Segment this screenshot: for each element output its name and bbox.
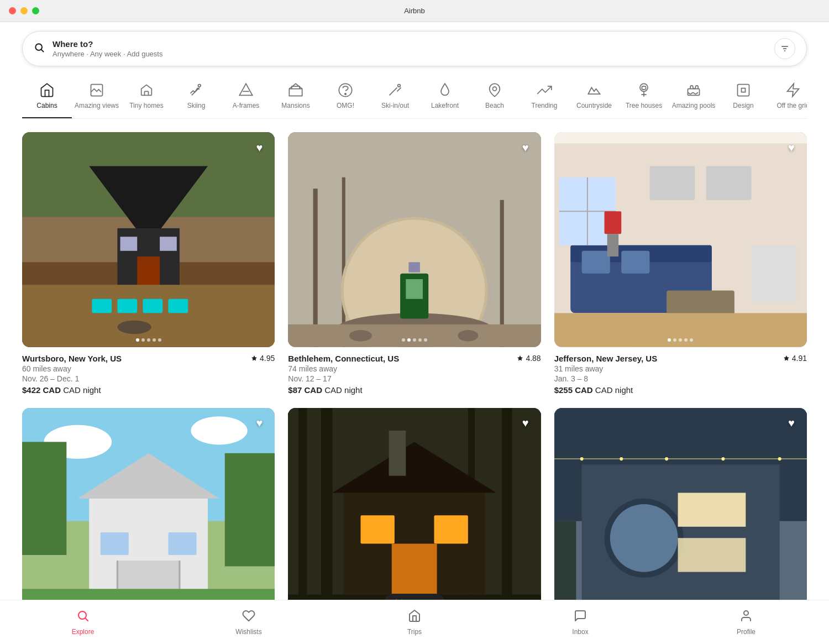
favorite-button[interactable]: ♥ bbox=[250, 139, 268, 156]
category-item-lakefront[interactable]: Lakefront bbox=[420, 77, 470, 118]
category-item-mansions[interactable]: Mansions bbox=[271, 77, 321, 118]
wishlists-icon bbox=[242, 609, 255, 626]
favorite-button[interactable]: ♥ bbox=[517, 415, 534, 432]
svg-rect-30 bbox=[120, 237, 138, 251]
category-item-cabins[interactable]: Cabins bbox=[22, 77, 72, 118]
category-item-tree-houses[interactable]: Tree houses bbox=[619, 77, 669, 118]
search-sub-label: Anywhere · Any week · Add guests bbox=[53, 50, 162, 58]
listing-dates: Nov. 26 – Dec. 1 bbox=[22, 374, 122, 383]
close-button[interactable] bbox=[9, 7, 16, 14]
svg-point-9 bbox=[198, 85, 201, 87]
category-item-beach[interactable]: Beach bbox=[470, 77, 520, 118]
svg-marker-22 bbox=[788, 83, 799, 96]
svg-rect-90 bbox=[502, 408, 512, 623]
nav-item-explore[interactable]: Explore bbox=[61, 609, 105, 636]
dot bbox=[413, 338, 416, 342]
tree-houses-icon bbox=[636, 82, 652, 98]
svg-rect-60 bbox=[621, 251, 649, 274]
category-item-a-frames[interactable]: A-frames bbox=[221, 77, 271, 118]
search-text: Where to? Anywhere · Any week · Add gues… bbox=[53, 39, 162, 58]
listing-distance: 31 miles away bbox=[554, 364, 657, 373]
favorite-button[interactable]: ♥ bbox=[783, 415, 800, 432]
svg-rect-69 bbox=[604, 211, 621, 234]
dot bbox=[407, 338, 411, 342]
category-label-amazing-views: Amazing views bbox=[75, 102, 119, 109]
search-bar[interactable]: Where to? Anywhere · Any week · Add gues… bbox=[22, 31, 807, 66]
image-dots bbox=[402, 338, 427, 342]
svg-point-13 bbox=[345, 93, 346, 95]
svg-point-14 bbox=[398, 85, 401, 87]
category-item-tiny-homes[interactable]: Tiny homes bbox=[122, 77, 171, 118]
app-title: Airbnb bbox=[404, 7, 425, 15]
listing-info-left: Wurtsboro, New York, US 60 miles away No… bbox=[22, 354, 122, 395]
category-nav: Cabins Amazing views Tiny homes Skiing bbox=[22, 66, 807, 119]
trending-icon bbox=[537, 82, 552, 98]
countryside-icon bbox=[586, 82, 602, 98]
svg-rect-33 bbox=[92, 299, 112, 313]
listing-info: Jefferson, New Jersey, US 31 miles away … bbox=[554, 354, 807, 395]
nav-label-inbox: Inbox bbox=[572, 628, 588, 636]
dot bbox=[141, 338, 145, 342]
listing-card[interactable]: ♥ Bethlehem, Connecticut, US 74 miles aw… bbox=[288, 132, 541, 395]
category-label-cabins: Cabins bbox=[36, 102, 57, 109]
category-label-design: Design bbox=[733, 102, 753, 109]
nav-item-trips[interactable]: Trips bbox=[392, 609, 437, 636]
main-content: ♥ Wurtsboro, New York, US 60 miles away … bbox=[0, 119, 829, 644]
listing-info-left: Jefferson, New Jersey, US 31 miles away … bbox=[554, 354, 657, 395]
dot bbox=[690, 338, 693, 342]
dot bbox=[402, 338, 405, 342]
dot bbox=[673, 338, 676, 342]
svg-rect-94 bbox=[361, 515, 395, 543]
beach-icon bbox=[487, 82, 502, 98]
svg-rect-49 bbox=[409, 262, 420, 272]
category-item-omg[interactable]: OMG! bbox=[321, 77, 370, 118]
listing-image: ♥ bbox=[22, 132, 275, 347]
category-label-omg: OMG! bbox=[337, 102, 354, 109]
svg-point-124 bbox=[744, 611, 748, 615]
category-item-trending[interactable]: Trending bbox=[520, 77, 569, 118]
listing-price: $422 CAD CAD night bbox=[22, 385, 122, 395]
nav-label-trips: Trips bbox=[407, 628, 422, 636]
category-item-countryside[interactable]: Countryside bbox=[569, 77, 619, 118]
header: Where to? Anywhere · Any week · Add gues… bbox=[0, 22, 829, 119]
svg-rect-48 bbox=[406, 279, 423, 299]
svg-rect-50 bbox=[288, 324, 541, 347]
maximize-button[interactable] bbox=[32, 7, 39, 14]
listing-card[interactable]: ♥ Jefferson, New Jersey, US 31 miles awa… bbox=[554, 132, 807, 395]
svg-rect-19 bbox=[642, 86, 646, 90]
minimize-button[interactable] bbox=[20, 7, 28, 14]
category-item-off-the-grid[interactable]: Off the grid bbox=[768, 77, 807, 118]
listing-image: ♥ bbox=[288, 132, 541, 347]
svg-rect-66 bbox=[706, 166, 751, 200]
category-item-ski-in-out[interactable]: Ski-in/out bbox=[370, 77, 420, 118]
svg-marker-71 bbox=[784, 355, 789, 361]
svg-rect-113 bbox=[678, 538, 746, 572]
nav-item-profile[interactable]: Profile bbox=[724, 609, 768, 636]
svg-rect-97 bbox=[389, 431, 406, 476]
listing-rating: 4.95 bbox=[251, 354, 275, 363]
bottom-nav: Explore Wishlists Trips Inbox bbox=[0, 600, 829, 644]
favorite-button[interactable]: ♥ bbox=[517, 139, 534, 156]
nav-item-wishlists[interactable]: Wishlists bbox=[227, 609, 271, 636]
svg-rect-36 bbox=[168, 299, 188, 313]
listing-card[interactable]: ♥ Wurtsboro, New York, US 60 miles away … bbox=[22, 132, 275, 395]
category-label-beach: Beach bbox=[485, 102, 504, 109]
nav-item-inbox[interactable]: Inbox bbox=[558, 609, 602, 636]
filter-button[interactable] bbox=[774, 38, 795, 59]
svg-rect-76 bbox=[22, 442, 66, 555]
design-icon bbox=[736, 82, 751, 98]
favorite-button[interactable]: ♥ bbox=[783, 139, 800, 156]
svg-line-123 bbox=[86, 618, 88, 620]
listing-price: $255 CAD CAD night bbox=[554, 385, 657, 395]
category-item-amazing-pools[interactable]: Amazing pools bbox=[669, 77, 718, 118]
listing-image: ♥ bbox=[554, 408, 807, 623]
category-item-amazing-views[interactable]: Amazing views bbox=[72, 77, 122, 118]
favorite-button[interactable]: ♥ bbox=[250, 415, 268, 432]
svg-rect-112 bbox=[678, 493, 746, 526]
dot bbox=[684, 338, 688, 342]
category-item-skiing[interactable]: Skiing bbox=[171, 77, 221, 118]
svg-rect-34 bbox=[117, 299, 137, 313]
svg-rect-67 bbox=[554, 313, 807, 347]
svg-point-111 bbox=[610, 504, 678, 572]
category-item-design[interactable]: Design bbox=[718, 77, 768, 118]
